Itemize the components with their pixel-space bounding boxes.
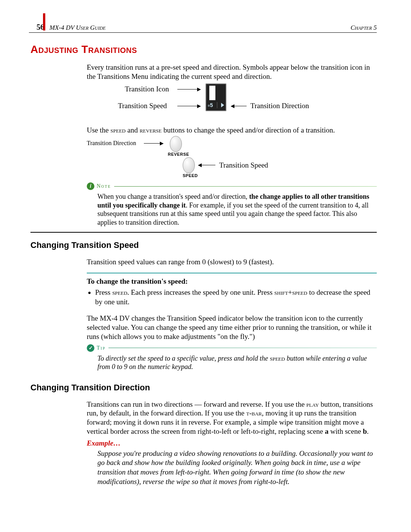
key-shift-speed: shift+speed: [274, 288, 307, 296]
page-number: 56: [29, 23, 49, 32]
key-speed: speed: [110, 126, 126, 134]
example-body: Suppose you're producing a video showing…: [97, 449, 377, 487]
check-icon: ✓: [87, 344, 94, 352]
label-transition-speed: Transition Speed: [118, 102, 167, 110]
page-header: 56 MX-4 DV User Guide Chapter 5: [29, 23, 377, 33]
info-icon: i: [87, 182, 94, 190]
use-buttons-line: Use the speed and reverse buttons to cha…: [87, 126, 377, 135]
chapter-label: Chapter 5: [350, 24, 377, 32]
icon-footer: ≡5: [208, 101, 224, 109]
example-label: Example…: [87, 439, 377, 447]
d2-arrow-speed: [199, 165, 215, 165]
direction-paragraph: Transitions can run in two directions — …: [87, 400, 377, 436]
tip-box: ✓ Tip To directly set the speed to a spe…: [87, 344, 377, 371]
reverse-button-illustration: [170, 136, 182, 152]
direction-arrow-icon: [221, 103, 224, 107]
header-accent-bar: [43, 13, 45, 30]
tip-body: To directly set the speed to a specific …: [97, 354, 377, 371]
key-speed-3: speed: [270, 355, 285, 362]
note-rule: [114, 186, 377, 187]
key-speed-2: speed: [112, 288, 127, 296]
scene-b: b: [363, 427, 367, 435]
arrow-speed: [177, 106, 200, 106]
section-title: Adjusting Transitions: [30, 43, 377, 56]
speed-range-line: Transition speed values can range from 0…: [87, 257, 377, 267]
label-transition-direction: Transition Direction: [250, 102, 309, 110]
arrow-direction: [231, 106, 247, 106]
section-divider: [30, 232, 377, 233]
speed-button-illustration: [183, 157, 195, 173]
procedure-rule: [87, 273, 377, 273]
procedure-heading: To change the transition's speed:: [87, 277, 377, 286]
d2-arrow-reverse: [144, 143, 163, 144]
tip-rule: [108, 348, 377, 348]
label-transition-icon: Transition Icon: [125, 85, 169, 93]
transition-icon-diagram: Transition Icon Transition Speed ≡5 Tran…: [87, 84, 377, 118]
intro-paragraph: Every transition runs at a pre-set speed…: [87, 63, 377, 81]
procedure-step: Press speed. Each press increases the sp…: [95, 288, 377, 307]
buttons-diagram: Transition Direction REVERSE SPEED Trans…: [87, 137, 377, 179]
caption-speed: SPEED: [183, 173, 198, 178]
speed-behavior-paragraph: The MX-4 DV changes the Transition Speed…: [87, 314, 377, 341]
guide-title: MX-4 DV User Guide: [49, 24, 350, 32]
tip-header: ✓ Tip: [87, 344, 377, 352]
note-label: Note: [97, 183, 111, 189]
procedure-list: Press speed. Each press increases the sp…: [87, 288, 377, 307]
wipe-icon: [209, 86, 215, 100]
subhead-speed: Changing Transition Speed: [30, 240, 377, 250]
d2-label-speed: Transition Speed: [219, 161, 268, 169]
subhead-direction: Changing Transition Direction: [30, 383, 377, 393]
speed-readout: ≡5: [208, 102, 213, 108]
caption-reverse: REVERSE: [168, 152, 189, 157]
d2-label-direction: Transition Direction: [87, 140, 136, 147]
tip-label: Tip: [97, 345, 105, 351]
scene-a: a: [325, 427, 329, 435]
note-box: i Note When you change a transition's sp…: [87, 182, 377, 227]
arrow-icon: [177, 89, 200, 89]
transition-icon-preview: ≡5: [206, 83, 226, 111]
page: 56 MX-4 DV User Guide Chapter 5 Adjustin…: [0, 0, 411, 521]
note-header: i Note: [87, 182, 377, 190]
note-body: When you change a transition's speed and…: [97, 192, 377, 227]
key-tbar: t-bar: [246, 409, 262, 417]
key-reverse: reverse: [140, 126, 162, 134]
key-play: play: [306, 400, 319, 408]
